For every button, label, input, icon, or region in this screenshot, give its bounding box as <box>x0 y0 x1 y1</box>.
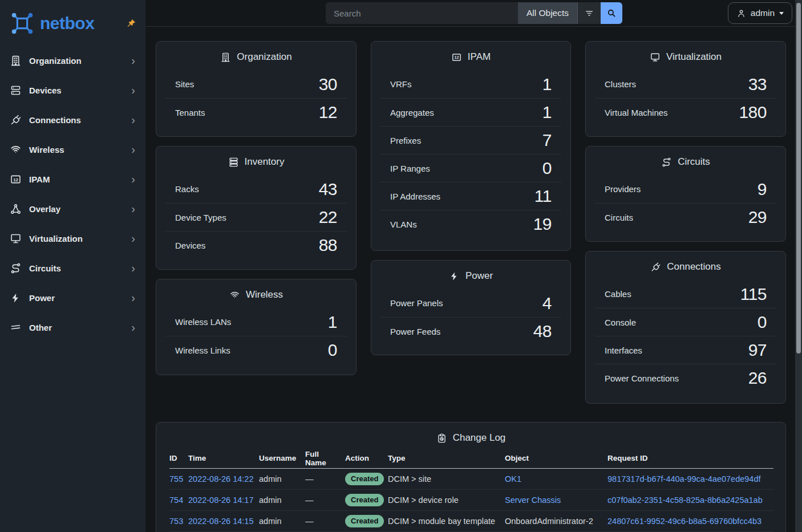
stat-link-circuits[interactable]: Circuits <box>605 213 633 222</box>
stat-value[interactable]: 43 <box>319 180 337 199</box>
stat-link-aggregates[interactable]: Aggregates <box>390 108 434 117</box>
stat-value[interactable]: 12 <box>319 103 337 122</box>
change-time-link[interactable]: 2022-08-26 14:15 <box>188 517 254 526</box>
stat-value[interactable]: 29 <box>748 208 767 227</box>
stat-link-providers[interactable]: Providers <box>605 184 641 194</box>
stat-value[interactable]: 19 <box>533 214 552 234</box>
card-title[interactable]: Power <box>380 270 561 282</box>
plug-icon <box>10 114 22 126</box>
netbox-logo-icon[interactable] <box>9 10 35 36</box>
change-id-link[interactable]: 755 <box>169 474 183 484</box>
change-time-link[interactable]: 2022-08-26 14:17 <box>188 496 254 505</box>
column-header-username[interactable]: Username <box>259 449 305 468</box>
brand-wordmark[interactable]: netbox <box>40 14 94 33</box>
stat-value[interactable]: 0 <box>542 159 552 178</box>
stat-link-devices[interactable]: Devices <box>175 241 205 250</box>
change-id-link[interactable]: 754 <box>169 496 183 505</box>
card-title[interactable]: Inventory <box>165 156 347 168</box>
stat-link-clusters[interactable]: Clusters <box>605 79 636 89</box>
sidebar-item-other[interactable]: Other <box>0 312 145 342</box>
stat-link-ip-ranges[interactable]: IP Ranges <box>390 164 430 173</box>
pin-sidebar-icon[interactable] <box>126 18 136 29</box>
sidebar-item-circuits[interactable]: Circuits <box>0 253 145 283</box>
search-button[interactable] <box>601 2 622 24</box>
column-header-id[interactable]: ID <box>169 449 188 468</box>
column-header-time[interactable]: Time <box>188 449 259 468</box>
filter-icon <box>584 8 594 18</box>
stat-value[interactable]: 88 <box>319 235 337 255</box>
stat-link-power-connections[interactable]: Power Connections <box>605 373 679 383</box>
stat-link-prefixes[interactable]: Prefixes <box>390 136 421 145</box>
stat-link-ip-addresses[interactable]: IP Addresses <box>390 192 440 201</box>
stat-link-sites[interactable]: Sites <box>175 79 194 89</box>
search-input[interactable] <box>326 2 518 24</box>
change-id-link[interactable]: 753 <box>169 517 183 526</box>
stat-link-wireless-links[interactable]: Wireless Links <box>175 346 230 355</box>
stat-link-power-panels[interactable]: Power Panels <box>390 298 443 308</box>
scrollbar-track[interactable] <box>795 0 802 532</box>
stat-value[interactable]: 115 <box>740 285 767 304</box>
object-link[interactable]: Server Chassis <box>505 496 561 505</box>
stat-value[interactable]: 30 <box>319 75 337 94</box>
stat-value[interactable]: 4 <box>542 294 552 313</box>
object-type-dropdown[interactable]: All Objects <box>518 2 577 24</box>
stat-link-wireless-lans[interactable]: Wireless LANs <box>175 317 231 327</box>
card-title[interactable]: Circuits <box>595 156 776 168</box>
card-title[interactable]: Virtualization <box>595 51 776 63</box>
chevron-right-icon <box>131 173 135 185</box>
stat-value[interactable]: 0 <box>758 312 767 332</box>
sidebar-item-organization[interactable]: Organization <box>0 46 145 75</box>
stat-link-cables[interactable]: Cables <box>605 289 631 299</box>
column-header-full-name[interactable]: Full Name <box>305 449 345 468</box>
card-title[interactable]: IPAM <box>380 51 561 63</box>
card-title-label: Virtualization <box>666 51 722 63</box>
stat-value[interactable]: 9 <box>758 180 767 199</box>
sidebar-item-power[interactable]: Power <box>0 283 145 312</box>
card-title[interactable]: Change Log <box>165 432 776 444</box>
stat-value[interactable]: 1 <box>542 103 552 122</box>
stat-value[interactable]: 1 <box>328 312 337 332</box>
stat-link-racks[interactable]: Racks <box>175 184 199 194</box>
stat-link-power-feeds[interactable]: Power Feeds <box>390 327 440 336</box>
request-id-link[interactable]: 9817317d-b67f-440a-99ca-4ae07ede94df <box>607 474 760 484</box>
column-header-request-id[interactable]: Request ID <box>607 449 773 468</box>
stat-value[interactable]: 26 <box>748 368 767 388</box>
card-title[interactable]: Wireless <box>165 289 347 301</box>
sidebar-item-wireless[interactable]: Wireless <box>0 135 145 164</box>
sidebar-item-ipam[interactable]: IPAM <box>0 164 145 194</box>
stat-link-interfaces[interactable]: Interfaces <box>605 346 642 355</box>
stat-link-vrfs[interactable]: VRFs <box>390 79 412 89</box>
sidebar-item-connections[interactable]: Connections <box>0 105 145 135</box>
stat-value[interactable]: 7 <box>542 131 552 150</box>
card-title[interactable]: Organization <box>165 51 347 63</box>
column-header-action[interactable]: Action <box>345 449 388 468</box>
sidebar-item-overlay[interactable]: Overlay <box>0 194 145 224</box>
column-header-type[interactable]: Type <box>388 449 505 468</box>
stat-value[interactable]: 48 <box>533 322 552 341</box>
stat-link-vlans[interactable]: VLANs <box>390 220 417 229</box>
request-id-link[interactable]: 24807c61-9952-49c6-b8a5-69760bfcc4b3 <box>607 517 762 526</box>
sidebar-item-devices[interactable]: Devices <box>0 75 145 105</box>
stat-value[interactable]: 97 <box>748 340 767 360</box>
stat-value[interactable]: 180 <box>739 103 767 122</box>
stat-value[interactable]: 33 <box>748 75 767 94</box>
stat-link-tenants[interactable]: Tenants <box>175 108 205 117</box>
card-title[interactable]: Connections <box>595 261 776 273</box>
stat-value[interactable]: 0 <box>328 340 337 360</box>
request-id-link[interactable]: c07f0ab2-2351-4c58-825a-8b6a2425a1ab <box>607 496 763 505</box>
column-header-object[interactable]: Object <box>505 449 607 468</box>
object-link[interactable]: OK1 <box>505 474 521 484</box>
sidebar-item-virtualization[interactable]: Virtualization <box>0 224 145 253</box>
filter-button[interactable] <box>577 2 601 24</box>
stat-link-console[interactable]: Console <box>605 318 636 327</box>
change-time-link[interactable]: 2022-08-26 14:22 <box>188 474 254 484</box>
stat-link-virtual-machines[interactable]: Virtual Machines <box>605 108 668 117</box>
stat-value[interactable]: 11 <box>534 186 552 206</box>
stat-link-device-types[interactable]: Device Types <box>175 213 226 222</box>
stat-value[interactable]: 22 <box>319 208 337 227</box>
scrollbar-thumb[interactable] <box>796 3 801 354</box>
stat-row: IP Addresses 11 <box>380 182 561 210</box>
stat-value[interactable]: 1 <box>542 75 552 94</box>
table-row: 754 2022-08-26 14:17 admin — Created DCI… <box>169 489 773 510</box>
user-menu-button[interactable]: admin <box>728 2 792 24</box>
